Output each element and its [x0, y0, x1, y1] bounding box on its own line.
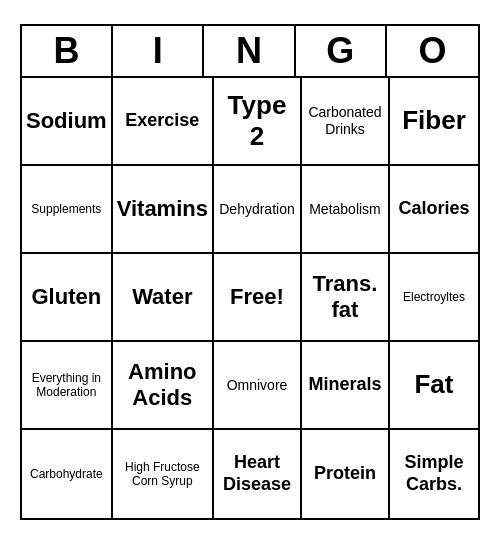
cell-text: Dehydration	[219, 201, 295, 218]
cell-text: Omnivore	[227, 377, 288, 394]
header-letter: G	[296, 26, 387, 76]
cell-text: Simple Carbs.	[394, 452, 474, 495]
bingo-cell: Sodium	[22, 78, 113, 166]
bingo-cell: Vitamins	[113, 166, 214, 254]
cell-text: Fat	[414, 369, 453, 400]
cell-text: Fiber	[402, 105, 466, 136]
bingo-cell: Omnivore	[214, 342, 302, 430]
cell-text: Gluten	[32, 284, 102, 310]
header-letter: I	[113, 26, 204, 76]
header-letter: B	[22, 26, 113, 76]
cell-text: Trans. fat	[306, 271, 384, 324]
bingo-cell: Type 2	[214, 78, 302, 166]
cell-text: Protein	[314, 463, 376, 485]
bingo-cell: Gluten	[22, 254, 113, 342]
cell-text: Type 2	[218, 90, 296, 152]
bingo-cell: Minerals	[302, 342, 390, 430]
bingo-cell: Trans. fat	[302, 254, 390, 342]
bingo-cell: Fiber	[390, 78, 478, 166]
cell-text: Water	[132, 284, 192, 310]
bingo-cell: Supplements	[22, 166, 113, 254]
bingo-cell: Calories	[390, 166, 478, 254]
bingo-cell: Protein	[302, 430, 390, 518]
cell-text: High Fructose Corn Syrup	[117, 460, 208, 489]
header-letter: N	[204, 26, 295, 76]
cell-text: Sodium	[26, 108, 107, 134]
bingo-cell: High Fructose Corn Syrup	[113, 430, 214, 518]
bingo-grid: SodiumExerciseType 2Carbonated DrinksFib…	[22, 78, 478, 518]
bingo-cell: Everything in Moderation	[22, 342, 113, 430]
bingo-header: BINGO	[22, 26, 478, 78]
cell-text: Minerals	[308, 374, 381, 396]
cell-text: Free!	[230, 284, 284, 310]
bingo-cell: Metabolism	[302, 166, 390, 254]
cell-text: Electroyltes	[403, 290, 465, 304]
cell-text: Amino Acids	[117, 359, 208, 412]
bingo-cell: Heart Disease	[214, 430, 302, 518]
bingo-cell: Fat	[390, 342, 478, 430]
cell-text: Heart Disease	[218, 452, 296, 495]
cell-text: Everything in Moderation	[26, 371, 107, 400]
cell-text: Carbohydrate	[30, 467, 103, 481]
cell-text: Vitamins	[117, 196, 208, 222]
bingo-cell: Simple Carbs.	[390, 430, 478, 518]
bingo-card: BINGO SodiumExerciseType 2Carbonated Dri…	[20, 24, 480, 520]
bingo-cell: Electroyltes	[390, 254, 478, 342]
cell-text: Exercise	[125, 110, 199, 132]
cell-text: Supplements	[31, 202, 101, 216]
bingo-cell: Free!	[214, 254, 302, 342]
bingo-cell: Carbohydrate	[22, 430, 113, 518]
bingo-cell: Carbonated Drinks	[302, 78, 390, 166]
bingo-cell: Dehydration	[214, 166, 302, 254]
bingo-cell: Water	[113, 254, 214, 342]
cell-text: Metabolism	[309, 201, 381, 218]
header-letter: O	[387, 26, 478, 76]
cell-text: Calories	[398, 198, 469, 220]
cell-text: Carbonated Drinks	[306, 104, 384, 138]
bingo-cell: Amino Acids	[113, 342, 214, 430]
bingo-cell: Exercise	[113, 78, 214, 166]
